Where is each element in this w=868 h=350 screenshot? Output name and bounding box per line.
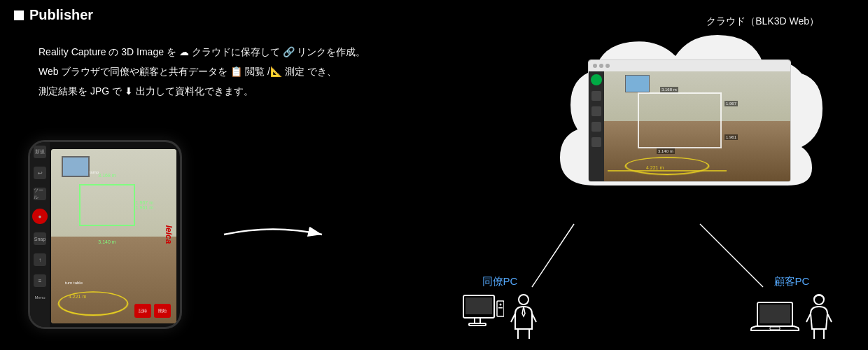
laptop-icon	[750, 301, 799, 340]
phone-screen: lamp 3.168 m 1.967 m 1.961 m 3.140 m tur…	[51, 149, 176, 323]
header-square-icon	[14, 10, 24, 20]
customer-person-icon	[805, 294, 833, 340]
description-line2: Web ブラウザで同僚や顧客と共有データを 📋 閲覧 /📐 測定 でき、	[38, 62, 365, 81]
browser-measure-top: 3.168 m	[660, 87, 678, 92]
svg-rect-9	[497, 301, 504, 316]
svg-rect-11	[498, 307, 503, 309]
long-measure: 4.221 m	[69, 294, 86, 299]
browser-dot-2	[599, 64, 603, 68]
measure-top: 3.168 m	[98, 173, 115, 178]
bs-icon-1	[592, 91, 601, 101]
colleague-label: 同僚PC	[482, 275, 518, 288]
bs-home-icon	[591, 74, 602, 85]
lamp-label: lamp	[90, 170, 99, 174]
snap-icon: Snap	[34, 232, 46, 245]
room-window	[62, 156, 90, 177]
svg-rect-6	[465, 298, 492, 314]
measure-box: 3.168 m 1.967 m 1.961 m 3.140 m	[79, 184, 135, 226]
start-button[interactable]: 開始	[154, 304, 171, 318]
browser-measure-bottom: 3.140 m	[657, 148, 675, 154]
customer-icons	[750, 294, 833, 340]
svg-rect-7	[475, 318, 480, 323]
browser-window	[625, 75, 650, 92]
leica-brand: leica	[164, 225, 174, 244]
svg-point-12	[519, 295, 528, 304]
phone-screen-inner: lamp 3.168 m 1.967 m 1.961 m 3.140 m tur…	[51, 149, 176, 323]
bs-icon-3	[592, 122, 601, 132]
svg-line-3	[532, 224, 574, 287]
browser-sidebar	[589, 71, 604, 181]
svg-rect-18	[760, 304, 790, 323]
floor-circle	[54, 291, 132, 316]
colleague-icons	[462, 294, 538, 340]
share-icon: ↑	[34, 253, 46, 266]
header: Publisher	[14, 7, 93, 23]
description-text: Reality Capture の 3D Image を ☁ クラウドに保存して…	[38, 42, 365, 101]
new-icon: 新規	[34, 146, 46, 158]
action-buttons: 記録 開始	[134, 304, 171, 318]
browser-dot-3	[606, 64, 610, 68]
browser-bar	[589, 60, 790, 71]
svg-line-24	[827, 314, 832, 322]
measure-bottom: 3.140 m	[98, 239, 115, 244]
svg-rect-19	[770, 327, 780, 330]
svg-point-10	[500, 304, 502, 306]
tool-icon: ツール	[34, 188, 46, 200]
phone-mockup: 新規 ↩ ツール ● Snap ↑ ≡ Menu lamp	[28, 140, 182, 329]
bs-icon-4	[592, 137, 601, 147]
browser-content: 3.168 m 1.967 1.961 3.140 m 4.221 m	[589, 71, 790, 181]
browser-measure-right2: 1.961	[724, 134, 738, 140]
browser-dot-1	[593, 64, 597, 68]
desktop-computer-icon	[462, 294, 504, 340]
svg-rect-8	[469, 323, 486, 326]
phone-sidebar: 新規 ↩ ツール ● Snap ↑ ≡ Menu	[30, 142, 50, 327]
phone-outer: 新規 ↩ ツール ● Snap ↑ ≡ Menu lamp	[28, 140, 182, 329]
svg-line-23	[806, 314, 811, 322]
record-icon: ●	[32, 209, 48, 224]
description-line1: Reality Capture の 3D Image を ☁ クラウドに保存して…	[38, 42, 365, 62]
browser-long-measure-svg: 4.221 m	[604, 164, 730, 178]
customer-pc-group: 顧客PC	[750, 275, 833, 340]
browser-measure-box: 3.168 m 1.967 1.961 3.140 m	[638, 92, 722, 148]
cloud-container: 3.168 m 1.967 1.961 3.140 m 4.221 m	[539, 14, 833, 224]
svg-text:4.221 m: 4.221 m	[646, 165, 664, 170]
menu-icon: ≡	[34, 274, 46, 287]
colleague-person-icon	[510, 294, 538, 340]
customer-label: 顧客PC	[774, 275, 810, 288]
bs-icon-2	[592, 106, 601, 116]
description-line3: 測定結果を JPG で ⬇ 出力して資料化できます。	[38, 81, 365, 101]
browser-measure-right1: 1.967	[724, 101, 738, 106]
record-button[interactable]: 記録	[134, 304, 151, 318]
arrow	[217, 217, 329, 252]
colleague-pc-group: 同僚PC	[462, 275, 538, 340]
page-title: Publisher	[29, 7, 93, 23]
back-icon: ↩	[34, 167, 46, 179]
measure-right: 1.967 m 1.961 m	[136, 200, 153, 210]
browser-mockup: 3.168 m 1.967 1.961 3.140 m 4.221 m	[588, 59, 791, 182]
turntable-label: turn table	[65, 281, 83, 285]
